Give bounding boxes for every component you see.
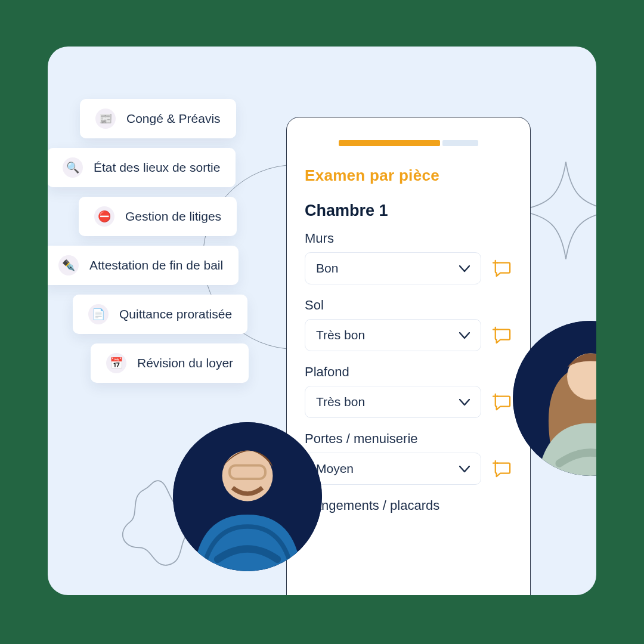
add-comment-icon[interactable] [492,259,512,277]
select-sol[interactable]: Très bon [305,319,481,351]
feature-label: Révision du loyer [137,356,233,370]
feature-gestion-litiges[interactable]: ⛔ Gestion de litiges [79,197,237,236]
feature-list: 📰 Congé & Préavis 🔍 État des lieux de so… [48,99,249,383]
no-entry-icon: ⛔ [94,206,114,227]
field-murs: Murs Bon [305,231,512,284]
chevron-down-icon [459,462,470,476]
feature-label: Quittance proratisée [119,307,232,321]
field-plafond: Plafond Très bon [305,364,512,418]
add-comment-icon[interactable] [492,393,512,411]
progress-segment-done [339,140,440,146]
progress-bar [305,140,512,146]
feature-label: Attestation de fin de bail [89,258,223,273]
select-value: Bon [316,261,338,275]
feature-quittance-proratisee[interactable]: 📄 Quittance proratisée [73,295,247,334]
select-murs[interactable]: Bon [305,252,481,284]
newspaper-icon: 📰 [95,109,116,129]
field-portes-menuiserie: Portes / menuiserie Moyen [305,431,512,485]
add-comment-icon[interactable] [492,460,512,478]
select-value: Très bon [316,328,365,342]
feature-attestation-fin-bail[interactable]: ✒️ Attestation de fin de bail [48,246,239,285]
chevron-down-icon [459,261,470,275]
progress-segment-remaining [442,140,478,146]
form-title: Examen par pièce [305,166,512,185]
chevron-down-icon [459,328,470,342]
feature-etat-des-lieux[interactable]: 🔍 État des lieux de sortie [48,148,236,187]
feature-label: État des lieux de sortie [94,160,220,175]
feature-label: Congé & Préavis [126,112,221,126]
pen-icon: ✒️ [58,255,79,275]
magnifier-icon: 🔍 [63,157,83,178]
field-sol: Sol Très bon [305,298,512,351]
feature-label: Gestion de litiges [125,209,221,224]
feature-revision-loyer[interactable]: 📅 Révision du loyer [91,343,249,383]
feature-conge-preavis[interactable]: 📰 Congé & Préavis [80,99,236,138]
select-value: Très bon [316,395,365,409]
field-label: Portes / menuiserie [305,431,512,447]
field-label: Murs [305,231,512,246]
select-portes[interactable]: Moyen [305,453,481,485]
field-label: Plafond [305,364,512,380]
select-value: Moyen [316,462,354,476]
calendar-icon: 📅 [106,353,126,373]
field-label: Sol [305,298,512,313]
chevron-down-icon [459,395,470,409]
avatar-man [173,422,322,571]
add-comment-icon[interactable] [492,326,512,344]
field-rangements-label: Rangements / placards [305,498,512,513]
select-plafond[interactable]: Très bon [305,386,481,418]
room-name: Chambre 1 [305,202,512,220]
inspection-form-card: Examen par pièce Chambre 1 Murs Bon Sol [286,117,531,595]
marketing-panel: 📰 Congé & Préavis 🔍 État des lieux de so… [48,47,596,595]
document-icon: 📄 [88,304,109,324]
